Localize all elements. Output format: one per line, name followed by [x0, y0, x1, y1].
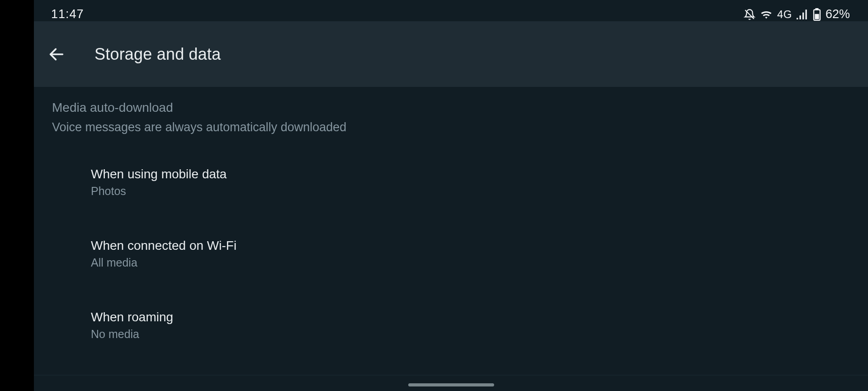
section-subtitle: Voice messages are always automatically …: [52, 120, 850, 134]
settings-list: When using mobile data Photos When conne…: [34, 134, 868, 351]
setting-wifi[interactable]: When connected on Wi-Fi All media: [34, 229, 868, 279]
svg-rect-2: [799, 15, 801, 19]
network-type-label: 4G: [777, 8, 792, 21]
battery-icon: [813, 8, 821, 21]
svg-rect-4: [805, 10, 807, 19]
mute-icon: [744, 9, 755, 20]
setting-value: No media: [91, 328, 850, 341]
app-bar: Storage and data: [34, 21, 868, 87]
setting-title: When roaming: [91, 310, 850, 324]
arrow-left-icon: [47, 45, 66, 63]
status-time: 11:47: [51, 7, 84, 21]
battery-percentage: 62%: [826, 7, 850, 21]
section-header: Media auto-download Voice messages are a…: [34, 87, 868, 134]
status-bar: 11:47 4G: [34, 0, 868, 21]
setting-roaming[interactable]: When roaming No media: [34, 300, 868, 351]
phone-screen: 11:47 4G: [34, 0, 868, 391]
svg-rect-1: [797, 18, 798, 19]
back-button[interactable]: [44, 42, 69, 67]
svg-rect-7: [815, 14, 819, 19]
status-indicators: 4G 62%: [744, 7, 850, 21]
setting-mobile-data[interactable]: When using mobile data Photos: [34, 157, 868, 208]
signal-icon: [797, 10, 808, 19]
wifi-icon: [760, 10, 773, 19]
gesture-nav-pill[interactable]: [408, 383, 494, 386]
section-title: Media auto-download: [52, 100, 850, 115]
setting-value: Photos: [91, 185, 850, 198]
svg-rect-3: [802, 12, 804, 19]
setting-title: When connected on Wi-Fi: [91, 238, 850, 253]
bottom-divider: [34, 375, 868, 376]
setting-title: When using mobile data: [91, 167, 850, 181]
setting-value: All media: [91, 256, 850, 269]
settings-content: Media auto-download Voice messages are a…: [34, 87, 868, 351]
page-title: Storage and data: [94, 45, 221, 64]
